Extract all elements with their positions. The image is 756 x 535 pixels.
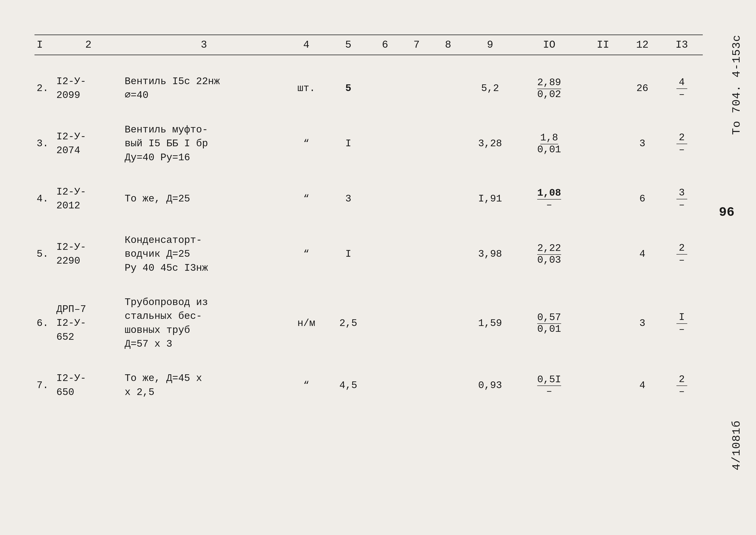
row-desc: Конденсаторт-водчик Д=25Ру 40 45с I3нж: [122, 227, 285, 282]
row-col5: 3: [327, 179, 369, 219]
row-col5: I: [327, 227, 369, 282]
header-col-1: I: [35, 35, 54, 55]
row-unit: “: [285, 179, 327, 219]
side-text-bottom: 4/1081б: [730, 420, 743, 470]
row-col7: [401, 179, 432, 219]
row-desc: Трубопровод изстальных бес-шовных трубД=…: [122, 289, 285, 358]
header-col-7: 7: [401, 35, 432, 55]
row-col6: [369, 227, 401, 282]
row-code: I2-У-2074: [54, 117, 123, 171]
row-num: 4.: [35, 179, 54, 219]
row-col12: 6: [624, 179, 661, 219]
row-col7: [401, 68, 432, 109]
table-row: 5. I2-У-2290 Конденсаторт-водчик Д=25Ру …: [35, 227, 703, 282]
row-col9: I,91: [464, 179, 517, 219]
table-row: 2. I2-У-2099 Вентиль I5с 22нж∅=40 шт. 5 …: [35, 68, 703, 109]
row-unit: “: [285, 227, 327, 282]
row-num: 7.: [35, 365, 54, 406]
row-code: ДРП–7I2-У-652: [54, 289, 123, 358]
row-code: I2-У-2099: [54, 68, 123, 109]
row-col8: [432, 179, 464, 219]
side-text-top: То 704. 4-153с: [730, 35, 743, 135]
header-col-11: II: [582, 35, 624, 55]
row-col7: [401, 289, 432, 358]
header-col-12: 12: [624, 35, 661, 55]
row-col12: 26: [624, 68, 661, 109]
row-col10: 2,89 0,02: [516, 68, 582, 109]
main-table: I 2 3 4 5 6 7 8 9 IO II 12 I3 2. I2-У-20…: [35, 35, 703, 406]
row-col13: 2 –: [661, 117, 703, 171]
row-col5: 5: [327, 68, 369, 109]
header-col-3: 3: [122, 35, 285, 55]
row-num: 5.: [35, 227, 54, 282]
row-col12: 4: [624, 227, 661, 282]
row-col12: 3: [624, 117, 661, 171]
header-col-6: 6: [369, 35, 401, 55]
row-desc: Вентиль I5с 22нж∅=40: [122, 68, 285, 109]
row-col10: 2,22 0,03: [516, 227, 582, 282]
row-col7: [401, 227, 432, 282]
row-col8: [432, 289, 464, 358]
header-col-4: 4: [285, 35, 327, 55]
row-code: I2-У-2290: [54, 227, 123, 282]
row-col5: I: [327, 117, 369, 171]
row-desc: То же, Д=45 хх 2,5: [122, 365, 285, 406]
row-col5: 4,5: [327, 365, 369, 406]
row-col8: [432, 117, 464, 171]
row-col13: 4 –: [661, 68, 703, 109]
row-col9: 1,59: [464, 289, 517, 358]
row-col9: 3,28: [464, 117, 517, 171]
row-col13: 3 –: [661, 179, 703, 219]
row-col6: [369, 117, 401, 171]
row-col10: 1,08 –: [516, 179, 582, 219]
row-col11: [582, 227, 624, 282]
row-unit: н/м: [285, 289, 327, 358]
row-col11: [582, 289, 624, 358]
row-col11: [582, 68, 624, 109]
row-col6: [369, 365, 401, 406]
header-col-8: 8: [432, 35, 464, 55]
row-col10: 0,57 0,01: [516, 289, 582, 358]
row-col6: [369, 179, 401, 219]
row-col11: [582, 117, 624, 171]
table-header-row: I 2 3 4 5 6 7 8 9 IO II 12 I3: [35, 35, 703, 55]
row-col9: 5,2: [464, 68, 517, 109]
table-row: 6. ДРП–7I2-У-652 Трубопровод изстальных …: [35, 289, 703, 358]
row-col8: [432, 68, 464, 109]
table-row: 4. I2-У-2012 То же, Д=25 “ 3 I,91 1,08 –…: [35, 179, 703, 219]
row-code: I2-У-650: [54, 365, 123, 406]
row-col8: [432, 227, 464, 282]
row-col13: 2 –: [661, 227, 703, 282]
header-col-9: 9: [464, 35, 517, 55]
row-col10: 0,5I –: [516, 365, 582, 406]
row-col9: 0,93: [464, 365, 517, 406]
row-unit: “: [285, 365, 327, 406]
row-desc: То же, Д=25: [122, 179, 285, 219]
side-number-mid: 96: [719, 205, 735, 220]
row-col7: [401, 365, 432, 406]
row-code: I2-У-2012: [54, 179, 123, 219]
row-num: 6.: [35, 289, 54, 358]
page: То 704. 4-153с 4/1081б 96 I 2 3 4 5: [0, 0, 756, 535]
row-col10: 1,8 0,01: [516, 117, 582, 171]
row-col8: [432, 365, 464, 406]
table-row: [35, 55, 703, 69]
row-unit: шт.: [285, 68, 327, 109]
row-col6: [369, 289, 401, 358]
row-col11: [582, 365, 624, 406]
row-col11: [582, 179, 624, 219]
row-col13: I –: [661, 289, 703, 358]
row-num: 3.: [35, 117, 54, 171]
table-row: 3. I2-У-2074 Вентиль муфто-вый I5 ББ I б…: [35, 117, 703, 171]
row-unit: “: [285, 117, 327, 171]
row-col12: 3: [624, 289, 661, 358]
row-desc: Вентиль муфто-вый I5 ББ I брДу=40 Ру=16: [122, 117, 285, 171]
table-row: 7. I2-У-650 То же, Д=45 хх 2,5 “ 4,5 0,9…: [35, 365, 703, 406]
row-col13: 2 –: [661, 365, 703, 406]
header-col-10: IO: [516, 35, 582, 55]
header-col-2: 2: [54, 35, 123, 55]
row-col7: [401, 117, 432, 171]
row-col5: 2,5: [327, 289, 369, 358]
row-col6: [369, 68, 401, 109]
header-col-13: I3: [661, 35, 703, 55]
